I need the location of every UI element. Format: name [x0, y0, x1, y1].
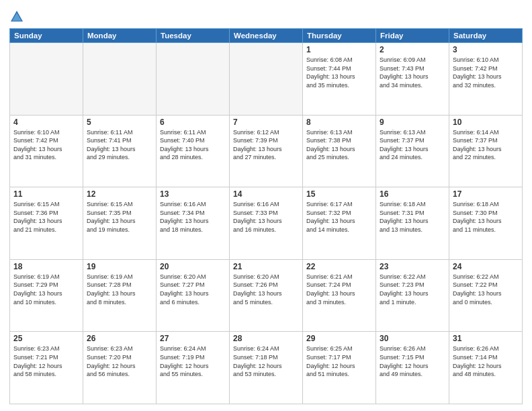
day-number: 31	[453, 334, 519, 343]
column-header-saturday: Saturday	[449, 29, 523, 43]
column-header-tuesday: Tuesday	[157, 29, 230, 43]
day-cell: 2Sunrise: 6:09 AM Sunset: 7:43 PM Daylig…	[376, 43, 449, 116]
day-cell: 25Sunrise: 6:23 AM Sunset: 7:21 PM Dayli…	[10, 332, 83, 404]
day-info: Sunrise: 6:26 AM Sunset: 7:14 PM Dayligh…	[453, 345, 519, 378]
day-info: Sunrise: 6:13 AM Sunset: 7:37 PM Dayligh…	[380, 128, 445, 162]
week-row-2: 4Sunrise: 6:10 AM Sunset: 7:42 PM Daylig…	[10, 115, 523, 187]
header	[9, 7, 523, 24]
day-info: Sunrise: 6:22 AM Sunset: 7:22 PM Dayligh…	[453, 273, 519, 306]
day-info: Sunrise: 6:20 AM Sunset: 7:27 PM Dayligh…	[160, 273, 226, 306]
day-cell: 30Sunrise: 6:26 AM Sunset: 7:15 PM Dayli…	[376, 332, 449, 404]
day-number: 30	[380, 334, 445, 343]
day-info: Sunrise: 6:25 AM Sunset: 7:17 PM Dayligh…	[306, 345, 372, 378]
day-cell: 11Sunrise: 6:15 AM Sunset: 7:36 PM Dayli…	[10, 187, 83, 260]
day-number: 21	[233, 262, 299, 271]
column-header-thursday: Thursday	[303, 29, 376, 43]
day-info: Sunrise: 6:11 AM Sunset: 7:41 PM Dayligh…	[87, 128, 152, 162]
day-cell: 18Sunrise: 6:19 AM Sunset: 7:29 PM Dayli…	[10, 259, 83, 332]
day-cell: 26Sunrise: 6:23 AM Sunset: 7:20 PM Dayli…	[83, 332, 157, 404]
day-number: 17	[453, 189, 519, 199]
day-info: Sunrise: 6:13 AM Sunset: 7:38 PM Dayligh…	[306, 128, 372, 162]
day-number: 28	[233, 334, 299, 343]
day-number: 22	[306, 262, 372, 271]
day-info: Sunrise: 6:24 AM Sunset: 7:18 PM Dayligh…	[233, 345, 299, 378]
day-cell: 15Sunrise: 6:17 AM Sunset: 7:32 PM Dayli…	[303, 187, 376, 260]
day-info: Sunrise: 6:23 AM Sunset: 7:21 PM Dayligh…	[13, 345, 79, 378]
day-info: Sunrise: 6:20 AM Sunset: 7:26 PM Dayligh…	[233, 273, 299, 306]
day-cell: 23Sunrise: 6:22 AM Sunset: 7:23 PM Dayli…	[376, 259, 449, 332]
day-cell	[157, 43, 230, 116]
day-number: 25	[13, 334, 79, 343]
day-info: Sunrise: 6:23 AM Sunset: 7:20 PM Dayligh…	[87, 345, 152, 378]
day-number: 15	[306, 189, 372, 199]
day-cell: 3Sunrise: 6:10 AM Sunset: 7:42 PM Daylig…	[449, 43, 523, 116]
day-cell: 10Sunrise: 6:14 AM Sunset: 7:37 PM Dayli…	[449, 115, 523, 187]
day-number: 2	[380, 45, 445, 54]
day-info: Sunrise: 6:18 AM Sunset: 7:31 PM Dayligh…	[380, 200, 445, 234]
day-number: 24	[453, 262, 519, 271]
day-info: Sunrise: 6:19 AM Sunset: 7:29 PM Dayligh…	[13, 273, 79, 306]
day-info: Sunrise: 6:14 AM Sunset: 7:37 PM Dayligh…	[453, 128, 519, 162]
day-cell: 13Sunrise: 6:16 AM Sunset: 7:34 PM Dayli…	[157, 187, 230, 260]
day-number: 16	[380, 189, 445, 199]
day-number: 5	[87, 118, 152, 127]
logo	[9, 9, 27, 24]
day-info: Sunrise: 6:24 AM Sunset: 7:19 PM Dayligh…	[160, 345, 226, 378]
day-info: Sunrise: 6:11 AM Sunset: 7:40 PM Dayligh…	[160, 128, 226, 162]
day-cell	[230, 43, 303, 116]
day-number: 18	[13, 262, 79, 271]
day-cell: 22Sunrise: 6:21 AM Sunset: 7:24 PM Dayli…	[303, 259, 376, 332]
calendar-table: SundayMondayTuesdayWednesdayThursdayFrid…	[9, 28, 523, 404]
day-cell	[10, 43, 83, 116]
column-header-wednesday: Wednesday	[230, 29, 303, 43]
day-info: Sunrise: 6:10 AM Sunset: 7:42 PM Dayligh…	[13, 128, 79, 162]
day-cell: 8Sunrise: 6:13 AM Sunset: 7:38 PM Daylig…	[303, 115, 376, 187]
day-number: 9	[380, 118, 445, 127]
logo-icon	[9, 9, 24, 24]
week-row-4: 18Sunrise: 6:19 AM Sunset: 7:29 PM Dayli…	[10, 259, 523, 332]
day-info: Sunrise: 6:21 AM Sunset: 7:24 PM Dayligh…	[306, 273, 372, 306]
day-number: 14	[233, 189, 299, 199]
day-info: Sunrise: 6:16 AM Sunset: 7:33 PM Dayligh…	[233, 200, 299, 234]
day-number: 13	[160, 189, 226, 199]
day-info: Sunrise: 6:19 AM Sunset: 7:28 PM Dayligh…	[87, 273, 152, 306]
day-cell: 29Sunrise: 6:25 AM Sunset: 7:17 PM Dayli…	[303, 332, 376, 404]
day-number: 20	[160, 262, 226, 271]
day-cell: 20Sunrise: 6:20 AM Sunset: 7:27 PM Dayli…	[157, 259, 230, 332]
day-number: 19	[87, 262, 152, 271]
column-header-monday: Monday	[83, 29, 157, 43]
day-cell: 17Sunrise: 6:18 AM Sunset: 7:30 PM Dayli…	[449, 187, 523, 260]
day-cell: 7Sunrise: 6:12 AM Sunset: 7:39 PM Daylig…	[230, 115, 303, 187]
day-cell: 19Sunrise: 6:19 AM Sunset: 7:28 PM Dayli…	[83, 259, 157, 332]
header-row: SundayMondayTuesdayWednesdayThursdayFrid…	[10, 29, 523, 43]
day-info: Sunrise: 6:12 AM Sunset: 7:39 PM Dayligh…	[233, 128, 299, 162]
day-info: Sunrise: 6:09 AM Sunset: 7:43 PM Dayligh…	[380, 56, 445, 89]
day-info: Sunrise: 6:15 AM Sunset: 7:36 PM Dayligh…	[13, 200, 79, 234]
day-info: Sunrise: 6:16 AM Sunset: 7:34 PM Dayligh…	[160, 200, 226, 234]
day-number: 7	[233, 118, 299, 127]
day-cell: 1Sunrise: 6:08 AM Sunset: 7:44 PM Daylig…	[303, 43, 376, 116]
day-number: 26	[87, 334, 152, 343]
day-cell: 27Sunrise: 6:24 AM Sunset: 7:19 PM Dayli…	[157, 332, 230, 404]
week-row-5: 25Sunrise: 6:23 AM Sunset: 7:21 PM Dayli…	[10, 332, 523, 404]
day-info: Sunrise: 6:18 AM Sunset: 7:30 PM Dayligh…	[453, 200, 519, 234]
day-number: 1	[306, 45, 372, 54]
day-cell: 16Sunrise: 6:18 AM Sunset: 7:31 PM Dayli…	[376, 187, 449, 260]
day-cell: 12Sunrise: 6:15 AM Sunset: 7:35 PM Dayli…	[83, 187, 157, 260]
day-cell: 21Sunrise: 6:20 AM Sunset: 7:26 PM Dayli…	[230, 259, 303, 332]
page: SundayMondayTuesdayWednesdayThursdayFrid…	[0, 0, 532, 411]
day-number: 23	[380, 262, 445, 271]
day-info: Sunrise: 6:22 AM Sunset: 7:23 PM Dayligh…	[380, 273, 445, 306]
day-info: Sunrise: 6:17 AM Sunset: 7:32 PM Dayligh…	[306, 200, 372, 234]
day-cell	[83, 43, 157, 116]
day-number: 11	[13, 189, 79, 199]
day-info: Sunrise: 6:10 AM Sunset: 7:42 PM Dayligh…	[453, 56, 519, 89]
day-cell: 5Sunrise: 6:11 AM Sunset: 7:41 PM Daylig…	[83, 115, 157, 187]
week-row-3: 11Sunrise: 6:15 AM Sunset: 7:36 PM Dayli…	[10, 187, 523, 260]
day-number: 3	[453, 45, 519, 54]
day-number: 6	[160, 118, 226, 127]
day-number: 8	[306, 118, 372, 127]
day-number: 10	[453, 118, 519, 127]
day-cell: 24Sunrise: 6:22 AM Sunset: 7:22 PM Dayli…	[449, 259, 523, 332]
day-info: Sunrise: 6:26 AM Sunset: 7:15 PM Dayligh…	[380, 345, 445, 378]
